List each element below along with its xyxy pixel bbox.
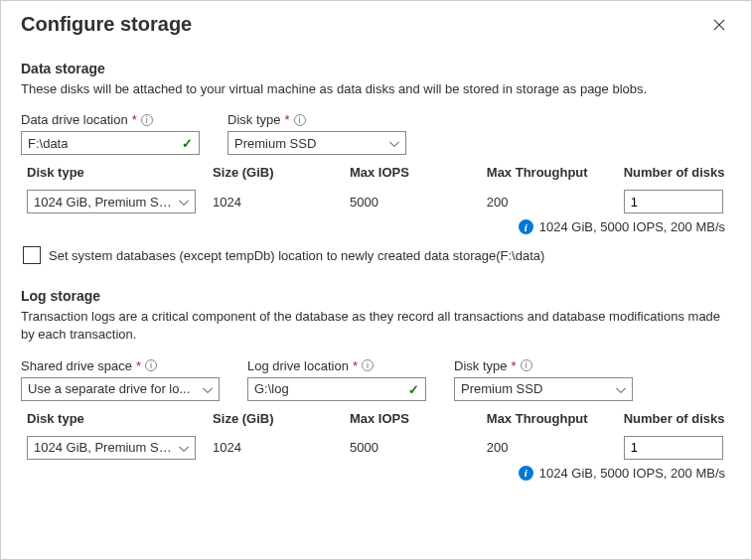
- data-drive-location-field: Data drive location * i F:\data ✓: [21, 112, 200, 155]
- select-value: Use a separate drive for lo...: [28, 381, 190, 396]
- data-drive-location-label: Data drive location * i: [21, 112, 200, 127]
- info-badge-icon: i: [519, 219, 533, 234]
- row-disk-type-select[interactable]: 1024 GiB, Premium SSD...: [27, 190, 196, 213]
- required-asterisk: *: [511, 358, 516, 373]
- log-disk-type-label: Disk type * i: [454, 358, 633, 373]
- chevron-down-icon: [616, 381, 626, 396]
- table-header: Disk type Size (GiB) Max IOPS Max Throug…: [27, 411, 731, 432]
- data-disk-type-label: Disk type * i: [227, 112, 406, 127]
- cell-iops: 5000: [350, 440, 487, 455]
- log-storage-fields: Shared drive space * i Use a separate dr…: [21, 358, 731, 401]
- chevron-down-icon: [203, 381, 213, 396]
- configure-storage-panel: Configure storage Data storage These dis…: [1, 1, 751, 500]
- info-icon[interactable]: i: [521, 359, 532, 371]
- system-db-checkbox-row: Set system databases (except tempDb) loc…: [21, 246, 731, 264]
- label-text: Data drive location: [21, 112, 128, 127]
- cell-disk-type: 1024 GiB, Premium SSD...: [27, 190, 213, 213]
- th-num-disks: Number of disks: [624, 411, 731, 426]
- cell-throughput: 200: [487, 195, 624, 210]
- table-row: 1024 GiB, Premium SSD... 1024 5000 200: [27, 186, 731, 213]
- info-icon[interactable]: i: [294, 114, 306, 126]
- select-value: 1024 GiB, Premium SSD...: [34, 440, 173, 455]
- cell-throughput: 200: [487, 440, 624, 455]
- cell-size: 1024: [213, 440, 350, 455]
- table-header: Disk type Size (GiB) Max IOPS Max Throug…: [27, 165, 731, 186]
- data-drive-location-select[interactable]: F:\data ✓: [21, 131, 200, 155]
- chevron-down-icon: [179, 195, 189, 210]
- panel-header: Configure storage: [21, 13, 731, 37]
- select-value: F:\data: [28, 136, 68, 151]
- close-icon: [713, 18, 725, 32]
- th-size: Size (GiB): [213, 411, 350, 426]
- table-row: 1024 GiB, Premium SSD... 1024 5000 200: [27, 432, 731, 460]
- info-badge-icon: i: [519, 466, 533, 481]
- required-asterisk: *: [132, 112, 137, 127]
- th-disk-type: Disk type: [27, 165, 213, 180]
- data-storage-heading: Data storage: [21, 61, 731, 76]
- cell-disk-type: 1024 GiB, Premium SSD...: [27, 436, 213, 460]
- th-disk-type: Disk type: [27, 411, 213, 426]
- data-disk-type-select[interactable]: Premium SSD: [227, 131, 406, 155]
- close-button[interactable]: [707, 13, 731, 37]
- select-value: 1024 GiB, Premium SSD...: [34, 195, 173, 210]
- log-storage-heading: Log storage: [21, 288, 731, 304]
- log-storage-summary: i 1024 GiB, 5000 IOPS, 200 MB/s: [21, 466, 731, 481]
- required-asterisk: *: [284, 112, 289, 127]
- log-drive-location-field: Log drive location * i G:\log ✓: [247, 358, 426, 401]
- log-drive-location-select[interactable]: G:\log ✓: [247, 377, 426, 401]
- log-drive-location-label: Log drive location * i: [247, 358, 426, 373]
- label-text: Disk type: [454, 358, 507, 373]
- data-storage-table: Disk type Size (GiB) Max IOPS Max Throug…: [21, 165, 731, 213]
- select-value: G:\log: [254, 381, 289, 396]
- shared-drive-label: Shared drive space * i: [21, 358, 220, 373]
- summary-text: 1024 GiB, 5000 IOPS, 200 MB/s: [539, 466, 725, 481]
- label-text: Shared drive space: [21, 358, 132, 373]
- num-disks-input[interactable]: [624, 436, 723, 460]
- data-storage-section: Data storage These disks will be attache…: [21, 61, 731, 264]
- cell-iops: 5000: [350, 195, 487, 210]
- th-num-disks: Number of disks: [624, 165, 731, 180]
- required-asterisk: *: [136, 358, 141, 373]
- data-storage-fields: Data drive location * i F:\data ✓ Disk t…: [21, 112, 731, 155]
- log-disk-type-select[interactable]: Premium SSD: [454, 377, 633, 401]
- select-value: Premium SSD: [461, 381, 542, 396]
- data-disk-type-field: Disk type * i Premium SSD: [227, 112, 406, 155]
- num-disks-input[interactable]: [624, 190, 723, 213]
- check-icon: ✓: [182, 136, 193, 151]
- system-db-checkbox[interactable]: [23, 246, 41, 264]
- info-icon[interactable]: i: [141, 114, 153, 126]
- log-storage-table: Disk type Size (GiB) Max IOPS Max Throug…: [21, 411, 731, 460]
- th-throughput: Max Throughput: [487, 165, 624, 180]
- info-icon[interactable]: i: [362, 359, 374, 371]
- summary-text: 1024 GiB, 5000 IOPS, 200 MB/s: [539, 219, 725, 234]
- check-icon: ✓: [408, 381, 419, 396]
- cell-size: 1024: [213, 195, 350, 210]
- log-storage-section: Log storage Transaction logs are a criti…: [21, 288, 731, 480]
- log-storage-desc: Transaction logs are a critical componen…: [21, 308, 731, 344]
- chevron-down-icon: [389, 136, 399, 151]
- cell-num-disks: [624, 190, 731, 213]
- label-text: Log drive location: [247, 358, 349, 373]
- data-storage-summary: i 1024 GiB, 5000 IOPS, 200 MB/s: [21, 219, 731, 234]
- info-icon[interactable]: i: [145, 359, 157, 371]
- th-iops: Max IOPS: [350, 165, 487, 180]
- th-throughput: Max Throughput: [487, 411, 624, 426]
- data-storage-desc: These disks will be attached to your vir…: [21, 80, 731, 98]
- shared-drive-field: Shared drive space * i Use a separate dr…: [21, 358, 220, 401]
- th-iops: Max IOPS: [350, 411, 487, 426]
- panel-title: Configure storage: [21, 13, 192, 36]
- chevron-down-icon: [179, 440, 189, 455]
- log-disk-type-field: Disk type * i Premium SSD: [454, 358, 633, 401]
- th-size: Size (GiB): [213, 165, 350, 180]
- shared-drive-select[interactable]: Use a separate drive for lo...: [21, 377, 220, 401]
- cell-num-disks: [624, 436, 731, 460]
- row-disk-type-select[interactable]: 1024 GiB, Premium SSD...: [27, 436, 196, 460]
- system-db-checkbox-label: Set system databases (except tempDb) loc…: [49, 248, 544, 263]
- label-text: Disk type: [227, 112, 280, 127]
- required-asterisk: *: [353, 358, 358, 373]
- select-value: Premium SSD: [234, 136, 316, 151]
